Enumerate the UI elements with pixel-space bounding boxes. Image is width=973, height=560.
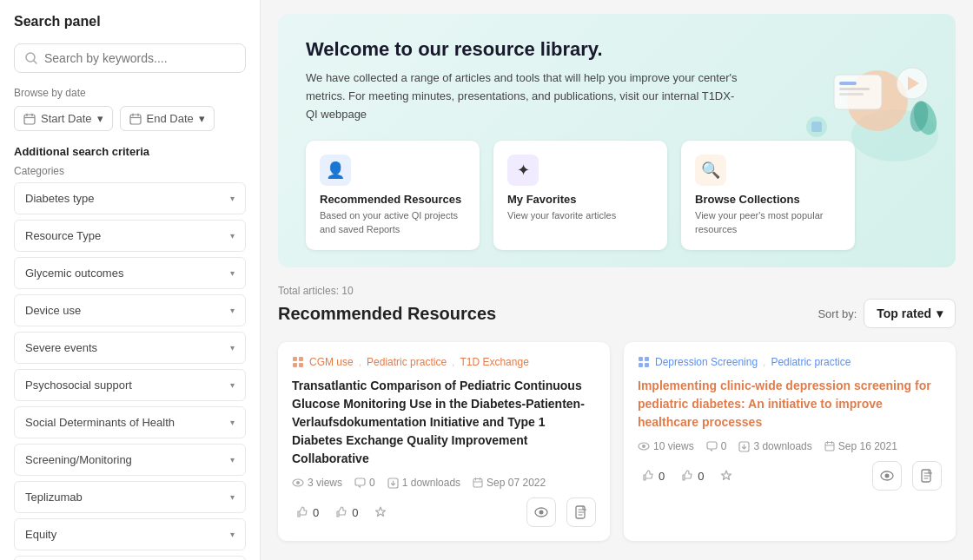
category-item-resource-type[interactable]: Resource Type▾: [14, 220, 246, 252]
comment-icon: [706, 441, 718, 451]
helpful-count: 0: [698, 470, 704, 483]
category-item-other[interactable]: Other▾: [14, 556, 246, 560]
category-item-equity[interactable]: Equity▾: [14, 518, 246, 550]
hero-card-desc-favorites: View your favorite articles: [507, 209, 653, 222]
search-box[interactable]: [14, 43, 246, 73]
total-articles: Total articles: 10: [278, 285, 956, 297]
article-date: Sep 07 2022: [473, 477, 546, 489]
like-button[interactable]: 0: [292, 502, 322, 523]
star-icon: [719, 469, 733, 483]
chevron-down-icon: ▾: [230, 380, 235, 390]
sort-chevron-icon: ▾: [937, 306, 943, 320]
chevron-down-icon: ▾: [230, 231, 235, 240]
svg-rect-40: [645, 363, 649, 367]
categories-label: Categories: [14, 165, 246, 177]
additional-criteria-title: Additional search criteria: [14, 145, 246, 158]
like-button[interactable]: 0: [638, 465, 668, 486]
category-label: Resource Type: [25, 229, 101, 242]
eye-icon: [638, 442, 650, 451]
tag-separator: ,: [763, 356, 765, 368]
start-date-button[interactable]: Start Date ▾: [14, 106, 113, 131]
article-title: Transatlantic Comparison of Pediatric Co…: [292, 377, 596, 468]
category-item-severe-events[interactable]: Severe events▾: [14, 332, 246, 364]
svg-rect-2: [24, 115, 35, 124]
category-item-screening-monitoring[interactable]: Screening/Monitoring▾: [14, 444, 246, 476]
svg-point-50: [885, 474, 890, 478]
thumbup-helpful-icon: [334, 505, 348, 519]
svg-rect-25: [299, 363, 303, 367]
svg-point-42: [642, 445, 645, 448]
article-downloads: 1 downloads: [387, 477, 460, 489]
star-button[interactable]: [716, 465, 737, 486]
hero-card-icon-recommended: 👤: [320, 155, 351, 186]
thumbup-icon: [641, 469, 655, 483]
svg-rect-28: [355, 478, 365, 485]
sort-select[interactable]: Top rated ▾: [864, 299, 956, 328]
calendar-icon-end: [129, 113, 142, 125]
grid-icon: [638, 356, 650, 368]
category-item-teplizumab[interactable]: Teplizumab▾: [14, 481, 246, 513]
svg-rect-13: [839, 82, 857, 85]
article-actions: 0 0: [292, 497, 596, 527]
article-comments: 0: [706, 440, 727, 452]
thumbup-helpful-icon: [680, 469, 694, 483]
sort-value: Top rated: [877, 306, 931, 320]
hero-card-recommended[interactable]: 👤 Recommended Resources Based on your ac…: [306, 141, 480, 250]
category-label: Teplizumab: [25, 491, 83, 504]
chevron-down-icon: ▾: [230, 492, 235, 502]
chevron-down-icon: ▾: [230, 306, 235, 315]
category-label: Equity: [25, 528, 56, 541]
article-comments: 0: [354, 477, 375, 489]
doc-article-button[interactable]: [566, 497, 596, 527]
category-item-social-determinants[interactable]: Social Determinants of Health▾: [14, 406, 246, 438]
category-item-glycemic-outcomes[interactable]: Glycemic outcomes▾: [14, 257, 246, 289]
article-date: Sep 16 2021: [824, 440, 897, 452]
chevron-down-icon: ▾: [230, 455, 235, 464]
view-article-button[interactable]: [872, 461, 902, 491]
category-item-diabetes-type[interactable]: Diabetes type▾: [14, 182, 246, 214]
article-title: Implementing clinic-wide depression scre…: [638, 377, 942, 432]
category-label: Social Determinants of Health: [25, 416, 175, 429]
star-button[interactable]: [370, 502, 391, 523]
end-date-button[interactable]: End Date ▾: [120, 106, 215, 131]
articles-grid: CGM use, Pediatric practice, T1D Exchang…: [278, 342, 956, 541]
category-item-device-use[interactable]: Device use▾: [14, 294, 246, 326]
hero-card-favorites[interactable]: ✦ My Favorites View your favorite articl…: [493, 141, 667, 250]
search-input[interactable]: [44, 51, 235, 65]
hero-card-title-favorites: My Favorites: [507, 193, 653, 206]
article-actions: 0 0: [638, 461, 942, 491]
view-article-button[interactable]: [526, 497, 556, 527]
sidebar-title: Search panel: [14, 14, 246, 30]
results-title: Recommended Resources: [278, 304, 496, 324]
article-downloads: 3 downloads: [738, 440, 811, 452]
doc-article-button[interactable]: [912, 461, 942, 491]
categories-list: Diabetes type▾Resource Type▾Glycemic out…: [14, 182, 246, 560]
svg-rect-24: [293, 363, 297, 367]
svg-point-35: [539, 511, 544, 515]
start-date-label: Start Date: [41, 112, 92, 125]
article-views: 3 views: [292, 477, 342, 489]
category-item-psychosocial-support[interactable]: Psychosocial support▾: [14, 369, 246, 401]
article-views: 10 views: [638, 440, 694, 452]
helpful-button[interactable]: 0: [677, 465, 707, 486]
main-content: Welcome to our resource library. We have…: [261, 0, 973, 560]
category-label: Glycemic outcomes: [25, 267, 123, 280]
svg-rect-45: [825, 443, 834, 451]
document-icon: [575, 505, 587, 519]
article-tag: Pediatric practice: [771, 356, 851, 368]
chevron-down-icon: ▾: [230, 194, 235, 203]
browse-date-label: Browse by date: [14, 87, 246, 99]
svg-rect-22: [293, 357, 297, 361]
svg-rect-6: [130, 115, 141, 124]
article-action-buttons: [526, 497, 596, 527]
star-icon: [374, 505, 387, 519]
thumbup-icon: [295, 505, 309, 519]
article-card-1: CGM use, Pediatric practice, T1D Exchang…: [278, 342, 610, 541]
end-date-label: End Date: [147, 112, 194, 125]
svg-rect-12: [834, 75, 882, 109]
article-action-buttons: [872, 461, 942, 491]
helpful-button[interactable]: 0: [331, 502, 361, 523]
chevron-down-icon: ▾: [230, 343, 235, 352]
like-count: 0: [313, 506, 319, 519]
hero-card-desc-recommended: Based on your active QI projects and sav…: [320, 209, 466, 236]
